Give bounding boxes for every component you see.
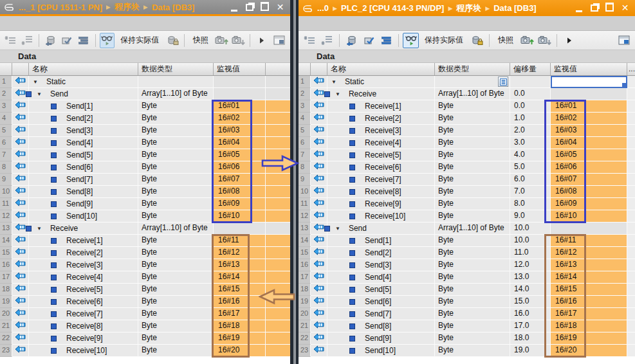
apply-snapshot-values-icon[interactable] — [361, 33, 377, 48]
name-cell[interactable]: ▼Send — [29, 88, 138, 100]
row-number[interactable]: 22 — [299, 332, 311, 345]
header-monitor-value[interactable]: 监视值 — [551, 63, 627, 75]
monitor-value-cell[interactable]: 16#01 — [214, 100, 266, 113]
offset-cell[interactable]: 0.0 — [510, 88, 551, 100]
name-cell[interactable]: Send[9] — [327, 332, 435, 345]
collapse-arrow-icon[interactable]: ▼ — [33, 77, 38, 87]
row-number[interactable]: 17 — [299, 271, 311, 284]
name-cell[interactable]: Receive[5] — [327, 149, 435, 161]
monitor-value-cell[interactable]: 16#06 — [551, 161, 627, 174]
row-number[interactable]: 3 — [299, 100, 311, 113]
offset-cell[interactable]: 3.0 — [510, 137, 551, 149]
type-cell[interactable]: Byte — [435, 247, 510, 259]
offset-cell[interactable]: 12.0 — [510, 259, 551, 271]
row-number[interactable]: 2 — [299, 88, 311, 100]
name-cell[interactable]: Receive[2] — [29, 247, 138, 259]
monitor-value-cell[interactable]: 16#01 — [551, 100, 627, 113]
collapse-arrow-icon[interactable]: ▼ — [37, 89, 42, 100]
type-cell[interactable]: Byte — [435, 113, 510, 125]
type-cell[interactable]: Byte — [138, 296, 214, 308]
row-number[interactable]: 19 — [0, 296, 12, 308]
breadcrumb-segment[interactable]: PLC_2 [CPU 414-3 PN/DP] — [341, 3, 444, 13]
type-cell[interactable]: Byte — [138, 137, 214, 149]
monitor-value-cell[interactable] — [551, 76, 627, 88]
type-cell[interactable]: Byte — [138, 210, 214, 223]
row-number[interactable]: 9 — [299, 174, 311, 186]
collapse-arrow-icon[interactable]: ▼ — [335, 89, 340, 100]
monitor-value-cell[interactable]: 16#16 — [551, 296, 627, 308]
row-number[interactable]: 17 — [0, 271, 12, 284]
name-cell[interactable]: Receive[7] — [327, 174, 435, 186]
offset-cell[interactable]: 7.0 — [510, 186, 551, 198]
minimize-icon[interactable] — [230, 3, 238, 12]
name-cell[interactable]: Receive[10] — [327, 210, 435, 223]
type-cell[interactable]: Byte — [138, 198, 214, 210]
collapse-arrow-icon[interactable]: ▼ — [335, 223, 340, 234]
name-cell[interactable]: Receive[2] — [327, 113, 435, 125]
name-cell[interactable]: Receive[1] — [327, 100, 435, 113]
monitor-all-icon[interactable] — [100, 33, 115, 48]
row-number[interactable]: 5 — [299, 125, 311, 137]
type-cell[interactable]: Byte — [435, 161, 510, 174]
name-cell[interactable]: Receive[4] — [327, 137, 435, 149]
collapse-arrow-icon[interactable]: ▼ — [331, 77, 336, 87]
type-cell[interactable]: Byte — [435, 235, 510, 247]
type-cell[interactable]: Byte — [435, 345, 510, 357]
monitor-value-cell[interactable]: 16#03 — [551, 125, 627, 137]
monitor-value-cell[interactable] — [214, 88, 266, 100]
name-cell[interactable]: Send[10] — [29, 210, 138, 223]
monitor-value-cell[interactable]: 16#09 — [214, 198, 266, 210]
header-monitor-value[interactable]: 监视值 — [214, 63, 266, 75]
type-picker-button[interactable] — [498, 77, 508, 87]
snapshot-upload-icon[interactable] — [519, 33, 535, 48]
freeze-values-icon[interactable] — [469, 33, 485, 48]
maximize-icon[interactable] — [261, 3, 269, 12]
name-cell[interactable]: Send[2] — [29, 113, 138, 125]
monitor-value-cell[interactable]: 16#14 — [214, 271, 266, 284]
snapshot-download-icon[interactable] — [230, 33, 246, 48]
row-number[interactable]: 2 — [0, 88, 12, 100]
monitor-value-cell[interactable]: 16#11 — [551, 235, 627, 247]
row-number[interactable]: 15 — [0, 247, 12, 259]
type-cell[interactable]: Byte — [138, 247, 214, 259]
type-cell[interactable]: Byte — [138, 345, 214, 357]
name-cell[interactable]: ▼Send — [327, 223, 435, 235]
name-cell[interactable]: ▼Receive — [29, 223, 138, 235]
name-cell[interactable]: Send[5] — [29, 149, 138, 161]
breadcrumb-segment[interactable]: ..._1 [CPU 1511-1 PN] — [19, 3, 102, 12]
snapshot-upload-icon[interactable] — [214, 33, 230, 48]
name-cell[interactable]: Send[6] — [327, 296, 435, 308]
offset-cell[interactable]: 14.0 — [510, 284, 551, 296]
name-cell[interactable]: Receive[6] — [29, 296, 138, 308]
monitor-value-cell[interactable]: 16#12 — [551, 247, 627, 259]
type-cell[interactable]: Byte — [138, 271, 214, 284]
name-cell[interactable]: Send[5] — [327, 284, 435, 296]
monitor-value-cell[interactable]: 16#04 — [551, 137, 627, 149]
monitor-value-cell[interactable]: 16#10 — [214, 210, 266, 223]
offset-cell[interactable]: 2.0 — [510, 125, 551, 137]
row-number[interactable]: 1 — [299, 76, 311, 88]
selection-handle[interactable] — [622, 83, 627, 87]
type-cell[interactable]: Byte — [435, 186, 510, 198]
row-number[interactable]: 13 — [299, 223, 311, 235]
offset-cell[interactable]: 5.0 — [510, 161, 551, 174]
header-offset[interactable]: 偏移量 — [510, 63, 551, 75]
monitor-value-cell[interactable]: 16#19 — [551, 332, 627, 345]
row-number[interactable]: 10 — [299, 186, 311, 198]
type-cell[interactable]: Byte — [435, 210, 510, 223]
monitor-value-cell[interactable]: 16#02 — [551, 113, 627, 125]
monitor-value-cell[interactable]: 16#14 — [551, 271, 627, 284]
offset-cell[interactable]: 15.0 — [510, 296, 551, 308]
type-cell[interactable]: Array[1..10] of Byte — [138, 88, 214, 100]
row-number[interactable]: 7 — [0, 149, 12, 161]
keep-actual-values-button[interactable]: 保持实际值 — [116, 33, 163, 48]
row-number[interactable]: 14 — [299, 235, 311, 247]
name-cell[interactable]: Send[8] — [29, 186, 138, 198]
row-number[interactable]: 10 — [0, 186, 12, 198]
row-number[interactable]: 9 — [0, 174, 12, 186]
snapshot-download-icon[interactable] — [537, 33, 553, 48]
offset-cell[interactable] — [510, 76, 551, 88]
insert-row-above-icon[interactable] — [3, 33, 19, 48]
type-cell[interactable] — [435, 76, 510, 88]
toolbar-overflow-icon[interactable] — [254, 33, 270, 48]
